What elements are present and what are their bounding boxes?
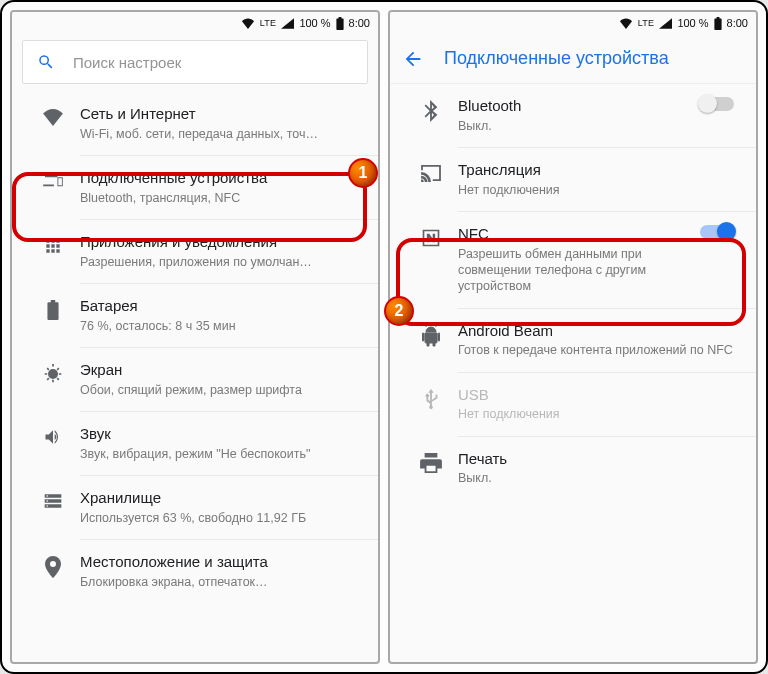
print-icon [420, 453, 442, 473]
settings-list: Сеть и ИнтернетWi-Fi, моб. сети, передач… [12, 92, 378, 662]
wifi-icon [42, 108, 64, 126]
wifi-icon [619, 18, 633, 29]
signal-icon [659, 18, 672, 29]
connected-devices-item[interactable]: Подключенные устройстваBluetooth, трансл… [12, 156, 378, 219]
volume-icon [43, 428, 63, 446]
bluetooth-toggle[interactable] [700, 97, 734, 111]
tutorial-image: LTE 100 % 8:00 Поиск настроек Сеть и Инт… [0, 0, 768, 674]
sound-item[interactable]: ЗвукЗвук, вибрация, режим "Не беспокоить… [12, 412, 378, 475]
nfc-item[interactable]: NFCРазрешить обмен данными при совмещени… [390, 212, 756, 308]
nfc-icon [421, 228, 441, 248]
svg-point-1 [46, 500, 48, 502]
status-bar: LTE 100 % 8:00 [390, 12, 756, 34]
svg-point-2 [46, 505, 48, 507]
svg-point-0 [46, 495, 48, 497]
page-title: Подключенные устройства [444, 48, 669, 69]
battery-icon [47, 300, 59, 320]
apps-item[interactable]: Приложения и уведомленияРазрешения, прил… [12, 220, 378, 283]
clock: 8:00 [727, 17, 748, 29]
device-list: BluetoothВыкл. ТрансляцияНет подключения… [390, 84, 756, 662]
cast-item[interactable]: ТрансляцияНет подключения [390, 148, 756, 211]
signal-icon [281, 18, 294, 29]
back-icon[interactable] [402, 48, 424, 70]
battery-icon [336, 17, 344, 30]
wifi-icon [241, 18, 255, 29]
usb-icon [424, 389, 438, 411]
battery-percent: 100 % [677, 17, 708, 29]
bluetooth-icon [424, 100, 438, 122]
brightness-icon [43, 364, 63, 384]
apps-icon [43, 236, 63, 256]
devices-icon [42, 172, 64, 188]
network-label: LTE [260, 18, 277, 28]
search-input[interactable]: Поиск настроек [22, 40, 368, 84]
step-badge-2: 2 [384, 296, 414, 326]
location-icon [45, 556, 61, 578]
step-badge-1: 1 [348, 158, 378, 188]
android-beam-item[interactable]: Android BeamГотов к передаче контента пр… [390, 309, 756, 372]
network-label: LTE [638, 18, 655, 28]
android-icon [422, 325, 440, 347]
search-placeholder: Поиск настроек [73, 54, 181, 71]
print-item[interactable]: ПечатьВыкл. [390, 437, 756, 500]
display-item[interactable]: ЭкранОбои, спящий режим, размер шрифта [12, 348, 378, 411]
status-bar: LTE 100 % 8:00 [12, 12, 378, 34]
phone-right: LTE 100 % 8:00 Подключенные устройства B… [388, 10, 758, 664]
page-header: Подключенные устройства [390, 34, 756, 84]
cast-icon [420, 164, 442, 182]
usb-item: USBНет подключения [390, 373, 756, 436]
storage-item[interactable]: ХранилищеИспользуется 63 %, свободно 11,… [12, 476, 378, 539]
network-item[interactable]: Сеть и ИнтернетWi-Fi, моб. сети, передач… [12, 92, 378, 155]
nfc-toggle[interactable] [700, 225, 734, 239]
search-icon [37, 53, 55, 71]
bluetooth-item[interactable]: BluetoothВыкл. [390, 84, 756, 147]
clock: 8:00 [349, 17, 370, 29]
security-item[interactable]: Местоположение и защитаБлокировка экрана… [12, 540, 378, 603]
storage-icon [43, 492, 63, 510]
battery-item[interactable]: Батарея76 %, осталось: 8 ч 35 мин [12, 284, 378, 347]
battery-icon [714, 17, 722, 30]
phone-left: LTE 100 % 8:00 Поиск настроек Сеть и Инт… [10, 10, 380, 664]
battery-percent: 100 % [299, 17, 330, 29]
